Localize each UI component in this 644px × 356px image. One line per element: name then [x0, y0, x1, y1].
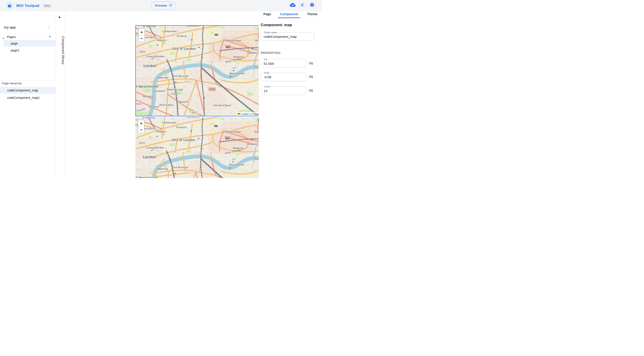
map-label: Waterloo	[158, 76, 168, 79]
header-actions: ?	[289, 1, 316, 9]
map-label: Pimlico	[136, 102, 141, 105]
node-name-label: Node name	[263, 31, 278, 34]
add-page-button[interactable]: +	[48, 34, 51, 39]
component-library-strip[interactable]: ▶ Component library	[56, 11, 65, 178]
toolpad-logo-home-link[interactable]: MUI Toolpad Beta	[5, 1, 52, 10]
map-zoom-control: + −	[138, 28, 145, 42]
page-item-label: page1	[11, 48, 20, 52]
toolpad-app: MUI Toolpad Beta Preview	[0, 0, 322, 178]
pages-section-header[interactable]: Pages +	[0, 34, 56, 40]
page-hierarchy-label: Page hierarchy	[2, 82, 22, 85]
leaflet-link[interactable]: Leaflet	[241, 113, 248, 115]
cloud-check-icon	[290, 2, 296, 8]
map-label: Vauxhall	[148, 105, 159, 108]
explorer-sidebar: my-app ⋮ Pages + page page1 Page hierarc…	[0, 11, 56, 178]
map-label: City of Westminster	[136, 176, 158, 178]
beta-badge: Beta	[42, 3, 52, 8]
zoom-label: zoom	[263, 85, 271, 88]
map-label: Holborn	[157, 39, 166, 42]
expand-arrow-icon[interactable]: ▶	[59, 16, 61, 18]
app-header: MUI Toolpad Beta Preview	[0, 0, 322, 11]
chevron-down-icon[interactable]	[2, 36, 5, 40]
component-library-label: Component library	[56, 22, 65, 78]
tab-component[interactable]: Component	[278, 11, 300, 18]
map-label: Clerkenwell	[162, 121, 176, 124]
inspector-panel: Page Component Theme Component: map Node…	[259, 11, 322, 178]
map-label: City of London	[172, 47, 196, 50]
lat-label: lat	[263, 58, 268, 61]
map-label: Whitechapel	[226, 39, 242, 42]
help-question-icon: ?	[310, 2, 314, 8]
long-field: long	[261, 73, 306, 81]
add-link-icon	[308, 74, 313, 80]
hierarchy-item-label: codeComponent_map	[7, 88, 38, 92]
map-label: Shoreditch	[187, 26, 200, 27]
bind-zoom-button[interactable]	[308, 88, 314, 93]
add-link-icon	[308, 88, 313, 93]
theme-mode-button[interactable]	[298, 1, 306, 9]
map-label: Soho	[140, 50, 146, 53]
sync-status-button[interactable]	[289, 1, 296, 9]
map-label: Clerkenwell	[162, 30, 177, 33]
map-label: London	[143, 155, 156, 159]
zoom-out-button[interactable]: −	[139, 35, 144, 42]
zoom-in-button[interactable]: +	[139, 29, 144, 35]
map-label: London	[144, 64, 157, 68]
zoom-field: zoom	[261, 86, 306, 95]
bind-lat-button[interactable]	[308, 61, 314, 66]
properties-heading: PROPERTIES:	[261, 51, 281, 54]
map-label: St Pancras	[142, 26, 156, 28]
app-menu-kebab-icon[interactable]: ⋮	[47, 25, 51, 29]
hierarchy-item-codecomponent-map[interactable]: codeComponent_map	[0, 87, 56, 94]
zoom-in-button[interactable]: +	[138, 120, 144, 127]
app-name: my-app	[4, 25, 16, 29]
bind-long-button[interactable]	[308, 74, 314, 80]
map-label: Waterloo	[157, 167, 168, 170]
map-label: Soho	[139, 142, 145, 144]
page-item-label: page	[11, 41, 18, 45]
map-label: Castle	[171, 92, 178, 95]
app-title: MUI Toolpad	[16, 3, 40, 8]
map-label: Finsbury	[176, 35, 187, 37]
map-zoom-control: + −	[138, 120, 144, 133]
map-label: Bermondsey	[229, 72, 245, 75]
external-link-icon	[169, 3, 172, 7]
sidebar-item-page[interactable]: page	[3, 40, 56, 46]
map-label: Whitechapel	[226, 130, 241, 133]
leaflet-map[interactable]: St PancrasFitzroviaClerkenwellFinsburyBl…	[136, 26, 272, 116]
preview-button[interactable]: Preview	[151, 1, 176, 9]
editor-canvas: St PancrasFitzroviaClerkenwellFinsburyBl…	[65, 11, 259, 178]
map-label: Kennington	[159, 103, 173, 106]
sun-icon	[300, 3, 304, 8]
help-button[interactable]: ?	[308, 1, 316, 9]
tab-page[interactable]: Page	[261, 11, 274, 18]
sidebar-divider	[0, 33, 56, 33]
map-label: Finsbury	[176, 126, 186, 129]
map-label: A100	[208, 87, 216, 91]
map-component-2[interactable]: St PancrasFitzroviaClerkenwellFinsburyBl…	[136, 117, 272, 178]
svg-text:?: ?	[311, 3, 313, 6]
leaflet-map[interactable]: St PancrasFitzroviaClerkenwellFinsburyBl…	[136, 117, 272, 178]
map-label: St Pancras	[142, 117, 155, 119]
map-label: City of Westminster	[136, 85, 159, 88]
app-name-row: my-app ⋮	[0, 23, 56, 33]
tab-theme[interactable]: Theme	[305, 11, 320, 18]
map-label: Holborn	[156, 130, 166, 133]
hierarchy-item-codecomponent-map1[interactable]: codeComponent_map1	[0, 94, 56, 101]
pages-section-label: Pages	[7, 35, 16, 39]
component-heading: Component: map	[261, 23, 292, 27]
map-label: Shoreditch	[186, 117, 200, 118]
preview-button-label: Preview	[155, 4, 167, 7]
toolpad-logo-icon	[5, 1, 14, 10]
map-label: A215	[190, 111, 198, 114]
sidebar-divider	[0, 80, 56, 80]
zoom-out-button[interactable]: −	[138, 127, 144, 133]
map-label: The Borough	[173, 166, 188, 169]
map-label: City of London	[172, 138, 195, 142]
map-label: Walworth	[177, 100, 189, 103]
sidebar-item-page1[interactable]: page1	[3, 47, 56, 53]
attribution-separator: |	[249, 113, 250, 115]
inspector-tabs: Page Component Theme	[259, 11, 322, 18]
map-label: The Borough	[173, 75, 189, 78]
hierarchy-item-label: codeComponent_map1	[7, 96, 40, 99]
